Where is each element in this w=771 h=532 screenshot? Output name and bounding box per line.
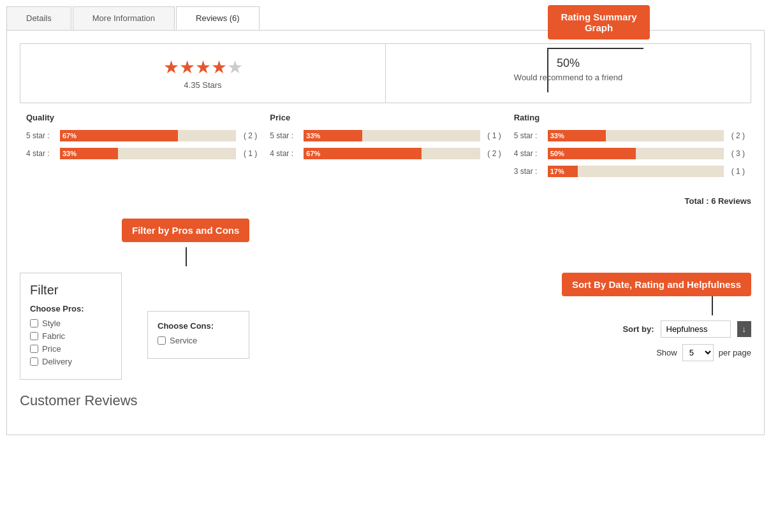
rating-title: Rating	[514, 113, 745, 122]
quality-title: Quality	[26, 113, 257, 122]
rating-bar-5star: 5 star : 33% ( 2 )	[514, 130, 745, 141]
cons-service-label: Service	[170, 336, 197, 345]
rating-3star-bar-container: 17%	[548, 166, 724, 177]
tabs-container: Details More Information Reviews (6)	[6, 6, 765, 31]
show-label: Show	[656, 348, 677, 357]
rating-4star-count: ( 3 )	[729, 149, 745, 158]
price-4star-count: ( 2 )	[485, 149, 501, 158]
pros-style-label: Style	[42, 319, 61, 328]
quality-4star-label: 4 star :	[26, 149, 55, 158]
price-4star-bar-fill: 67%	[304, 148, 422, 159]
recommend-text: Would recommend to a friend	[399, 73, 738, 82]
rating-3star-count: ( 1 )	[729, 167, 745, 176]
sort-callout-text: Sort By Date, Rating and Helpfulness	[572, 279, 741, 290]
rating-3star-percent: 17%	[550, 168, 564, 175]
cons-service-checkbox[interactable]	[158, 336, 166, 345]
filter-callout: Filter by Pros and Cons	[122, 219, 249, 242]
rating-4star-bar-fill: 50%	[548, 148, 636, 159]
pros-price-label: Price	[42, 344, 61, 354]
rating-bar-3star: 3 star : 17% ( 1 )	[514, 166, 745, 177]
price-5star-bar-fill: 33%	[304, 130, 362, 141]
rating-category: Rating 5 star : 33% ( 2 ) 4 star : 50%	[508, 113, 751, 183]
rating-summary-callout: Rating Summary Graph	[548, 5, 650, 40]
pros-price-checkbox[interactable]	[30, 345, 38, 353]
filter-callout-text: Filter by Pros and Cons	[132, 225, 239, 236]
stars-display: ★★★★★	[33, 57, 372, 78]
price-5star-bar-container: 33%	[304, 130, 480, 141]
recommend-percent: 50%	[399, 57, 738, 70]
cons-box: Choose Cons: Service	[147, 311, 249, 359]
quality-4star-bar-container: 33%	[60, 148, 236, 159]
pros-delivery-item: Delivery	[30, 357, 112, 366]
quality-5star-count: ( 2 )	[241, 131, 257, 140]
rating-4star-bar-container: 50%	[548, 148, 724, 159]
price-category: Price 5 star : 33% ( 1 ) 4 star : 67%	[263, 113, 507, 183]
quality-4star-percent: 33%	[62, 150, 77, 157]
sort-select[interactable]: Hepfulness Date Rating	[661, 320, 731, 338]
sort-callout-line	[712, 296, 713, 315]
price-5star-count: ( 1 )	[485, 131, 501, 140]
pros-fabric-checkbox[interactable]	[30, 332, 38, 340]
price-4star-label: 4 star :	[270, 149, 298, 158]
pros-price-item: Price	[30, 344, 112, 354]
price-bar-4star: 4 star : 67% ( 2 )	[270, 148, 501, 159]
sort-label: Sort by:	[622, 324, 654, 334]
recommend-section: 50% Would recommend to a friend	[386, 44, 751, 103]
sort-section: Sort by: Hepfulness Date Rating ↓	[560, 320, 751, 338]
rating-4star-label: 4 star :	[514, 149, 543, 158]
stars-label: 4.35 Stars	[33, 80, 372, 90]
quality-bar-5star: 5 star : 67% ( 2 )	[26, 130, 257, 141]
total-reviews: Total : 6 Reviews	[20, 196, 751, 206]
tab-more-information[interactable]: More Information	[73, 6, 175, 30]
quality-5star-label: 5 star :	[26, 131, 55, 140]
price-4star-percent: 67%	[306, 150, 320, 157]
filter-title: Filter	[30, 283, 112, 298]
quality-4star-bar-fill: 33%	[60, 148, 118, 159]
quality-4star-count: ( 1 )	[241, 149, 257, 158]
pros-delivery-label: Delivery	[42, 357, 72, 366]
pros-subtitle: Choose Pros:	[30, 304, 112, 313]
rating-5star-count: ( 2 )	[729, 131, 745, 140]
sort-callout: Sort By Date, Rating and Helpfulness	[562, 273, 751, 296]
pros-delivery-checkbox[interactable]	[30, 357, 38, 366]
page-wrapper: Rating Summary Graph Details More Inform…	[0, 0, 771, 532]
pros-fabric-label: Fabric	[42, 331, 65, 341]
rating-3star-label: 3 star :	[514, 167, 543, 176]
main-content: ★★★★★ 4.35 Stars 50% Would recommend to …	[6, 31, 765, 435]
quality-5star-bar-fill: 67%	[60, 130, 178, 141]
price-4star-bar-container: 67%	[304, 148, 480, 159]
tab-details[interactable]: Details	[6, 6, 71, 30]
rating-bar-4star: 4 star : 50% ( 3 )	[514, 148, 745, 159]
price-title: Price	[270, 113, 501, 122]
price-5star-label: 5 star :	[270, 131, 298, 140]
star-empty: ★	[227, 57, 243, 77]
rating-summary-top: ★★★★★ 4.35 Stars 50% Would recommend to …	[20, 43, 751, 103]
tab-reviews[interactable]: Reviews (6)	[176, 6, 260, 30]
rating-5star-bar-container: 33%	[548, 130, 724, 141]
quality-5star-bar-container: 67%	[60, 130, 236, 141]
cons-service-item: Service	[158, 336, 239, 345]
customer-reviews-title: Customer Reviews	[20, 392, 560, 409]
rating-5star-bar-fill: 33%	[548, 130, 606, 141]
rating-summary-callout-text: Rating Summary Graph	[561, 11, 636, 33]
pros-fabric-item: Fabric	[30, 331, 112, 341]
callout-line-2	[548, 48, 643, 49]
bottom-left: Filter Choose Pros: Style Fabric Pri	[20, 273, 560, 422]
show-section: Show 5 10 20 per page	[560, 344, 751, 361]
rating-stars-section: ★★★★★ 4.35 Stars	[20, 44, 386, 103]
bottom-right: Sort By Date, Rating and Helpfulness Sor…	[560, 273, 751, 361]
rating-5star-label: 5 star :	[514, 131, 543, 140]
cons-subtitle: Choose Cons:	[158, 321, 239, 331]
per-page-label: per page	[719, 348, 751, 357]
quality-bar-4star: 4 star : 33% ( 1 )	[26, 148, 257, 159]
rating-bars-section: Quality 5 star : 67% ( 2 ) 4 star : 33%	[20, 113, 751, 183]
filter-box: Filter Choose Pros: Style Fabric Pri	[20, 273, 122, 380]
rating-4star-percent: 50%	[550, 150, 564, 157]
quality-5star-percent: 67%	[62, 132, 77, 140]
rating-3star-bar-fill: 17%	[548, 166, 578, 177]
callout-filter-area: Filter by Pros and Cons	[20, 219, 751, 266]
show-per-page-select[interactable]: 5 10 20	[682, 344, 714, 361]
callout-line-1	[547, 48, 548, 92]
sort-arrow-button[interactable]: ↓	[737, 321, 752, 337]
pros-style-checkbox[interactable]	[30, 319, 38, 327]
